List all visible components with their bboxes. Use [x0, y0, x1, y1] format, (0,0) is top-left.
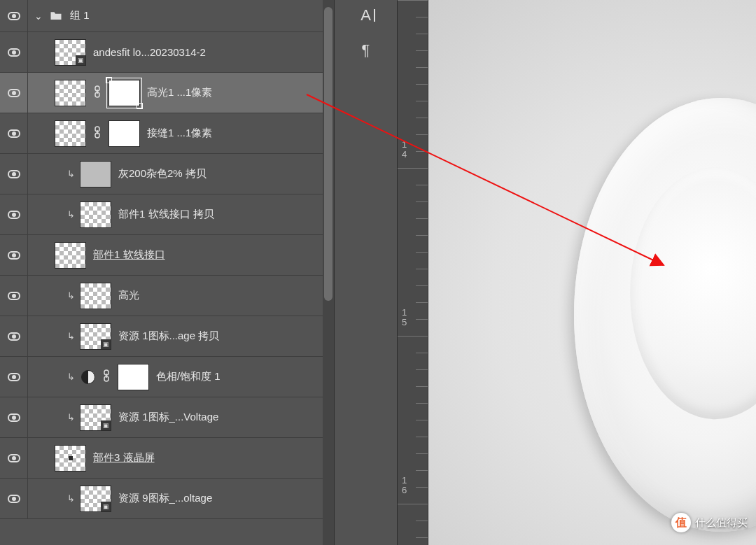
layer-thumbnail[interactable] — [55, 445, 86, 472]
character-option[interactable]: A — [349, 4, 383, 27]
canvas[interactable]: 值 什么值得买 — [428, 0, 756, 545]
eye-icon — [8, 211, 20, 219]
layer-mask-thumbnail[interactable] — [118, 364, 149, 390]
eye-icon — [8, 251, 20, 260]
eye-icon — [8, 413, 20, 422]
layer-thumbnail[interactable]: ▣ — [80, 404, 111, 431]
link-icon[interactable] — [92, 126, 102, 141]
eye-icon — [8, 292, 20, 300]
layer-name[interactable]: 高光1 ...1像素 — [144, 86, 330, 99]
eye-icon — [8, 373, 20, 381]
layer-row[interactable]: 高光1 ...1像素 — [0, 73, 334, 113]
layer-thumbnail[interactable] — [55, 120, 86, 147]
visibility-toggle[interactable] — [0, 194, 28, 234]
device-dish-inner — [630, 167, 756, 419]
layer-row[interactable]: ↳部件1 软线接口 拷贝 — [0, 194, 334, 235]
clipping-mask-icon: ↳ — [66, 331, 76, 341]
link-icon[interactable] — [92, 85, 102, 100]
visibility-toggle[interactable] — [0, 316, 28, 356]
layer-row[interactable]: 接缝1 ...1像素 — [0, 113, 334, 154]
eye-icon — [8, 129, 20, 138]
app-root: ⌄ 组 1 ▣andesfit lo...20230314-2高光1 ...1像… — [0, 0, 756, 545]
smart-object-badge-icon: ▣ — [101, 339, 111, 349]
folder-icon — [49, 9, 63, 23]
ruler-tick-label: 4 — [402, 150, 407, 160]
eye-icon — [8, 454, 20, 462]
eye-icon — [8, 332, 20, 341]
layer-name[interactable]: 资源 1图标_...Voltage — [115, 411, 330, 424]
clipping-mask-icon: ↳ — [66, 412, 76, 423]
visibility-toggle[interactable] — [0, 32, 28, 72]
layer-row[interactable]: ↳▣资源 1图标_...Voltage — [0, 397, 334, 438]
layer-name[interactable]: 资源 1图标...age 拷贝 — [115, 330, 330, 343]
layer-row[interactable]: ▣andesfit lo...20230314-2 — [0, 32, 334, 73]
clipping-mask-icon: ↳ — [66, 209, 76, 220]
layer-name[interactable]: 接缝1 ...1像素 — [144, 127, 330, 140]
layer-mask-thumbnail[interactable] — [108, 120, 140, 147]
vertical-ruler[interactable]: 1 4 1 5 1 6 — [397, 0, 428, 545]
layer-name[interactable]: 高光 — [115, 289, 330, 302]
layer-thumbnail[interactable] — [80, 201, 111, 228]
visibility-toggle[interactable] — [0, 276, 28, 316]
ruler-tick-label: 5 — [402, 318, 407, 327]
smart-object-badge-icon: ▣ — [101, 502, 111, 511]
eye-icon — [8, 48, 20, 57]
clipping-mask-icon: ↳ — [66, 371, 76, 382]
eye-icon — [8, 12, 20, 20]
ruler-tick-label: 6 — [402, 486, 407, 495]
layer-thumbnail[interactable] — [55, 80, 86, 106]
layer-thumbnail[interactable]: ▣ — [80, 323, 111, 350]
visibility-toggle[interactable] — [0, 438, 28, 478]
visibility-toggle[interactable] — [0, 397, 28, 437]
paragraph-option[interactable]: ¶ — [349, 39, 383, 62]
layer-name[interactable]: 资源 9图标_...oltage — [115, 492, 330, 505]
layer-row[interactable]: ↳色相/饱和度 1 — [0, 357, 334, 397]
layer-thumbnail[interactable] — [80, 161, 111, 187]
adjustment-layer-icon — [81, 370, 95, 384]
layer-name[interactable]: andesfit lo...20230314-2 — [90, 46, 330, 58]
scrollbar-thumb[interactable] — [324, 7, 332, 301]
clipping-mask-icon: ↳ — [66, 493, 76, 504]
layer-thumbnail[interactable]: ▣ — [55, 39, 86, 66]
layer-row[interactable]: 部件3 液晶屏 — [0, 438, 334, 479]
layers-panel: ⌄ 组 1 ▣andesfit lo...20230314-2高光1 ...1像… — [0, 0, 334, 545]
layer-mask-thumbnail[interactable] — [108, 80, 140, 106]
layer-group-row[interactable]: ⌄ 组 1 — [0, 0, 334, 32]
layer-name[interactable]: 灰200杂色2% 拷贝 — [115, 167, 330, 181]
eye-icon — [8, 170, 20, 178]
smart-object-badge-icon: ▣ — [101, 420, 111, 430]
visibility-toggle[interactable] — [0, 73, 28, 113]
visibility-toggle[interactable] — [0, 235, 28, 275]
smart-object-badge-icon: ▣ — [76, 55, 85, 65]
layer-row[interactable]: ↳▣资源 9图标_...oltage — [0, 479, 334, 519]
visibility-toggle[interactable] — [0, 357, 28, 397]
visibility-toggle[interactable] — [0, 113, 28, 153]
link-icon[interactable] — [102, 369, 111, 384]
layer-row[interactable]: ↳高光 — [0, 276, 334, 316]
watermark: 值 什么值得买 — [671, 513, 748, 532]
clipping-mask-icon: ↳ — [66, 169, 76, 179]
layer-thumbnail[interactable] — [55, 242, 86, 269]
layer-name[interactable]: 组 1 — [67, 9, 330, 22]
layer-row[interactable]: ↳▣资源 1图标...age 拷贝 — [0, 316, 334, 357]
layer-row[interactable]: ↳灰200杂色2% 拷贝 — [0, 154, 334, 194]
ruler-tick-label: 1 — [402, 308, 407, 318]
layers-scrollbar[interactable] — [323, 0, 334, 545]
layer-name[interactable]: 部件1 软线接口 — [90, 248, 330, 262]
ruler-tick-label: 1 — [402, 140, 407, 150]
character-panel-tab: A ¶ — [334, 0, 397, 545]
visibility-toggle[interactable] — [0, 154, 28, 194]
layer-thumbnail[interactable] — [80, 283, 111, 309]
visibility-toggle[interactable] — [0, 0, 28, 31]
layer-name[interactable]: 部件1 软线接口 拷贝 — [115, 208, 330, 221]
layer-name[interactable]: 色相/饱和度 1 — [153, 370, 330, 383]
layer-row[interactable]: 部件1 软线接口 — [0, 235, 334, 276]
disclosure-chevron-icon[interactable]: ⌄ — [32, 10, 45, 22]
middle-strip: A ¶ 1 4 1 5 1 6 — [334, 0, 428, 545]
eye-icon — [8, 89, 20, 97]
clipping-mask-icon: ↳ — [66, 290, 76, 301]
visibility-toggle[interactable] — [0, 479, 28, 518]
watermark-badge: 值 — [671, 513, 691, 532]
layer-thumbnail[interactable]: ▣ — [80, 486, 111, 512]
layer-name[interactable]: 部件3 液晶屏 — [90, 451, 330, 465]
